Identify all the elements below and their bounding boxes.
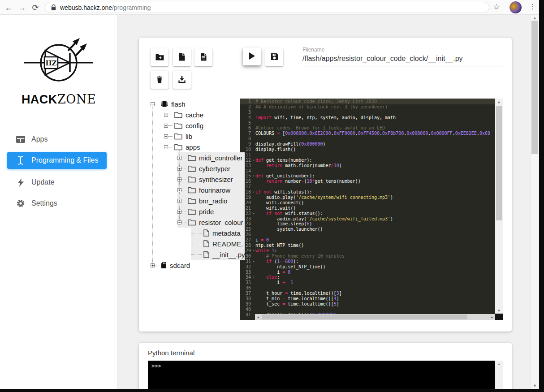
tree-connector [155,265,159,266]
expand-expander-icon[interactable]: + [177,210,181,214]
address-bar[interactable]: webusb.hackz.one/programming [45,2,489,13]
screen-bottom-edge [0,389,544,392]
file-icon [203,229,209,237]
python-terminal[interactable]: >>> [148,361,495,392]
code-line: 10display.flush() [240,147,495,152]
page-scrollbar[interactable]: ▲ ▼ [530,15,539,389]
delete-button[interactable] [151,71,168,89]
expand-expander-icon[interactable]: + [177,167,181,171]
profile-avatar[interactable] [509,1,522,13]
fold-gutter [252,147,255,152]
scroll-down-icon[interactable]: ▼ [531,383,539,389]
fold-gutter [252,237,255,243]
tree-item-resistor_colour_code_clock[interactable]: −resistor_colour_code_clock [148,217,245,228]
collapse-expander-icon[interactable]: − [164,145,168,149]
terminal-scrollbar[interactable]: ▲ [495,361,503,392]
fold-arrow-icon[interactable]: ▾ [252,211,255,216]
code-line: 20 wifi.connect() [240,200,495,206]
fold-arrow-icon[interactable]: ▾ [252,275,255,280]
brand-zone: ZONE [57,92,96,106]
code-text [255,152,495,158]
code-editor[interactable]: 1# Resistor colour code clock, Jenny Lis… [240,99,503,320]
horizontal-scrollbar-thumb[interactable] [262,314,467,319]
code-line: 3 [240,110,495,115]
expand-expander-icon[interactable]: + [177,188,181,192]
vertical-scrollbar-thumb[interactable] [496,106,502,220]
code-line: 2## A derivative of binclock rev. 3 (by … [240,104,495,110]
sidebar-item-update[interactable]: Update [0,176,117,189]
tree-item-cybertyper[interactable]: +cybertyper [148,163,245,174]
tree-connector [181,211,186,212]
tree-item-bnr_radio[interactable]: +bnr_radio [148,195,245,206]
fold-arrow-icon[interactable]: ▾ [252,248,255,254]
tree-row-body: +cache [164,109,245,120]
editor-vertical-scrollbar[interactable]: ▲ ▼ [495,99,503,314]
tree-item-config[interactable]: +config [148,120,245,131]
code-text: else: [255,275,495,280]
collapse-expander-icon[interactable]: − [151,102,155,106]
tree-item-flash[interactable]: −flash [148,99,245,109]
run-button[interactable] [243,47,261,65]
scroll-up-icon[interactable]: ▲ [495,361,503,367]
sidebar-item-settings[interactable]: Settings [0,197,117,210]
tree-item-pride[interactable]: +pride [148,206,245,217]
fold-gutter [252,115,255,121]
scroll-left-icon[interactable]: ◄ [255,314,261,320]
download-button[interactable] [173,71,191,89]
expand-expander-icon[interactable]: + [164,124,168,128]
fold-arrow-icon[interactable]: ▾ [252,173,255,179]
open-file-button[interactable] [194,48,212,66]
filename-input[interactable]: /flash/apps/resistor_colour_code_clock/_… [302,55,503,66]
code-text [255,110,495,115]
tree-item-midi_controller[interactable]: +midi_controller [148,152,245,163]
expand-expander-icon[interactable]: + [164,113,168,117]
fold-gutter [252,184,255,190]
collapse-expander-icon[interactable]: − [177,220,181,224]
browser-reload-button[interactable]: ⟳ [30,2,41,13]
fold-arrow-icon[interactable]: ▾ [252,190,255,195]
tree-item-fourinarow[interactable]: +fourinarow [148,185,245,195]
expand-expander-icon[interactable]: + [177,177,181,181]
tree-item-readme-[interactable]: README. [148,238,245,249]
create-folder-button[interactable] [151,48,168,66]
tree-item-sdcard[interactable]: +sdcard [148,260,245,271]
tree-item-apps[interactable]: −apps [148,142,245,152]
sidebar-item-apps[interactable]: Apps [0,133,117,146]
scroll-up-icon[interactable]: ▲ [531,15,539,21]
chip-icon [161,100,168,108]
browser-back-button[interactable]: ← [3,2,14,13]
tree-item-__init__-py[interactable]: __init__.py [148,249,245,260]
code-line: 35 i += 1 [240,280,495,285]
browser-forward-button[interactable]: → [16,2,28,13]
expand-expander-icon[interactable]: + [177,199,181,203]
expand-expander-icon[interactable]: + [151,263,155,267]
save-button[interactable] [265,48,283,66]
fold-arrow-icon[interactable]: ▾ [252,259,255,264]
scroll-down-icon[interactable]: ▼ [495,307,503,314]
bookmark-star-icon[interactable]: ☆ [493,2,500,12]
sidebar-item-programming-files[interactable]: Programming & Files [7,152,107,169]
tree-item-metadata[interactable]: metadata [148,228,245,238]
tree-item-cache[interactable]: +cache [148,109,245,120]
editor-horizontal-scrollbar[interactable]: ◄ ► [255,314,495,320]
tree-connector [181,222,186,223]
tree-row-body: +bnr_radio [177,195,245,206]
fold-gutter [252,142,255,147]
code-lines: 1# Resistor colour code clock, Jenny Lis… [240,99,495,318]
expand-expander-icon[interactable]: + [177,156,181,160]
tree-item-synthesizer[interactable]: +synthesizer [148,174,245,185]
fold-arrow-icon[interactable]: ▾ [252,158,255,163]
browser-menu-icon[interactable]: ⋮ [529,2,536,11]
fold-gutter [252,291,255,296]
scroll-right-icon[interactable]: ► [489,314,495,320]
expand-expander-icon[interactable]: + [164,134,168,138]
code-text: COLOURS = [0x000000,0x6E2C00,0xFF0000,0x… [255,131,495,136]
new-file-button[interactable] [173,48,191,66]
tree-item-lib[interactable]: +lib [148,131,245,142]
page-scrollbar-thumb[interactable] [531,21,538,154]
scroll-up-icon[interactable]: ▲ [495,99,503,105]
code-text: ## A derivative of binclock rev. 3 (by z… [255,104,495,110]
code-line: 9display.drawFill(0x000000) [240,142,495,147]
folder-icon [188,208,196,215]
code-text [255,285,495,291]
